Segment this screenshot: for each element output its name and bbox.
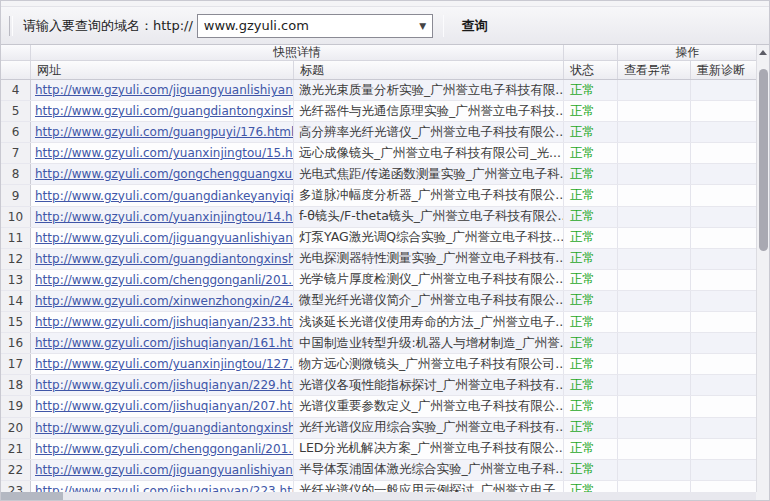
query-button[interactable]: 查询 (454, 13, 496, 39)
rediagnose-cell (691, 164, 758, 184)
table-row: 7 http://www.gzyuli.com/yuanxinjingtou/1… (1, 143, 758, 164)
title-cell: 光学镜片厚度检测仪_广州誉立电子科技有限公... (294, 270, 564, 290)
group-header-operation: 操作 (618, 45, 758, 60)
status-badge: 正常 (564, 143, 618, 163)
rediagnose-cell (691, 333, 758, 353)
column-header-status[interactable]: 状态 (564, 61, 618, 79)
column-header-rediagnose[interactable]: 重新诊断 (691, 61, 758, 79)
title-cell: 灯泵YAG激光调Q综合实验_广州誉立电子科技... (294, 228, 564, 248)
title-cell: LED分光机解决方案_广州誉立电子科技有限公... (294, 439, 564, 459)
title-cell: 物方远心测微镜头_广州誉立电子科技有限公司... (294, 354, 564, 374)
url-link[interactable]: http://www.gzyuli.com/guangdiantongxinsh… (35, 252, 294, 266)
status-badge: 正常 (564, 207, 618, 227)
rediagnose-cell (691, 101, 758, 121)
table-row: 20 http://www.gzyuli.com/guangdiantongxi… (1, 418, 758, 439)
url-link[interactable]: http://www.gzyuli.com/jishuqianyan/161.h… (35, 336, 294, 350)
vertical-scrollbar-thumb[interactable] (759, 69, 768, 251)
vertical-scrollbar[interactable] (756, 45, 769, 494)
url-cell: http://www.gzyuli.com/guangdiantongxinsh… (31, 249, 294, 269)
title-cell: 高分辨率光纤光谱仪_广州誉立电子科技有限公... (294, 122, 564, 142)
rediagnose-cell (691, 375, 758, 395)
url-link[interactable]: http://www.gzyuli.com/chenggonganli/201.… (35, 273, 294, 287)
url-link[interactable]: http://www.gzyuli.com/guangdiankeyanyiqi… (35, 189, 294, 203)
title-cell: 浅谈延长光谱仪使用寿命的方法_广州誉立电子... (294, 312, 564, 332)
horizontal-scrollbar[interactable] (1, 492, 758, 500)
column-header-view-exception[interactable]: 查看异常 (618, 61, 691, 79)
row-number: 19 (1, 396, 31, 416)
scroll-up-icon[interactable] (757, 45, 769, 59)
view-exception-cell (618, 396, 691, 416)
horizontal-scrollbar-thumb[interactable] (1, 492, 63, 500)
view-exception-cell (618, 439, 691, 459)
row-number: 12 (1, 249, 31, 269)
view-exception-cell (618, 228, 691, 248)
url-link[interactable]: http://www.gzyuli.com/guangpuyi/176.html (35, 125, 294, 139)
rediagnose-cell (691, 122, 758, 142)
view-exception-cell (618, 354, 691, 374)
title-cell: 光谱仪重要参数定义_广州誉立电子科技有限公... (294, 396, 564, 416)
url-link[interactable]: http://www.gzyuli.com/chenggonganli/201.… (35, 442, 294, 456)
table-row: 16 http://www.gzyuli.com/jishuqianyan/16… (1, 333, 758, 354)
status-badge: 正常 (564, 291, 618, 311)
view-exception-cell (618, 312, 691, 332)
domain-input[interactable] (198, 15, 414, 37)
url-link[interactable]: http://www.gzyuli.com/yuanxinjingtou/15.… (35, 146, 294, 160)
row-number: 6 (1, 122, 31, 142)
rediagnose-cell (691, 396, 758, 416)
url-cell: http://www.gzyuli.com/yuanxinjingtou/127… (31, 354, 294, 374)
domain-input-label: 请输入要查询的域名：http:// (23, 17, 193, 35)
row-number: 9 (1, 185, 31, 205)
toolbar-separator (443, 15, 444, 37)
table-row: 19 http://www.gzyuli.com/jishuqianyan/20… (1, 396, 758, 417)
title-cell: 激光光束质量分析实验_广州誉立电子科技有限... (294, 80, 564, 100)
url-link[interactable]: http://www.gzyuli.com/jishuqianyan/233.h… (35, 315, 294, 329)
status-badge: 正常 (564, 164, 618, 184)
url-link[interactable]: http://www.gzyuli.com/guangdiantongxinsh… (35, 421, 294, 435)
title-cell: f-θ镜头/F-theta镜头_广州誉立电子科技有限公... (294, 207, 564, 227)
rediagnose-cell (691, 270, 758, 290)
rediagnose-cell (691, 207, 758, 227)
url-link[interactable]: http://www.gzyuli.com/xinwenzhongxin/24.… (35, 294, 294, 308)
status-badge: 正常 (564, 185, 618, 205)
chevron-down-icon[interactable]: ▼ (414, 15, 432, 37)
url-link[interactable]: http://www.gzyuli.com/jiguangyuanlishiya… (35, 83, 294, 97)
column-header-url[interactable]: 网址 (31, 61, 294, 79)
table-row: 21 http://www.gzyuli.com/chenggonganli/2… (1, 439, 758, 460)
view-exception-cell (618, 460, 691, 480)
url-link[interactable]: http://www.gzyuli.com/guangdiantongxinsh… (35, 104, 294, 118)
row-number: 7 (1, 143, 31, 163)
url-cell: http://www.gzyuli.com/guangdiantongxinsh… (31, 101, 294, 121)
view-exception-cell (618, 270, 691, 290)
row-number: 18 (1, 375, 31, 395)
url-link[interactable]: http://www.gzyuli.com/jishuqianyan/229.h… (35, 378, 294, 392)
column-header-rownum (1, 61, 31, 79)
url-cell: http://www.gzyuli.com/jishuqianyan/161.h… (31, 333, 294, 353)
title-cell: 半导体泵浦固体激光综合实验_广州誉立电子科... (294, 460, 564, 480)
status-badge: 正常 (564, 354, 618, 374)
scrollbar-corner (756, 492, 769, 500)
url-link[interactable]: http://www.gzyuli.com/jiguangyuanlishiya… (35, 231, 294, 245)
rediagnose-cell (691, 228, 758, 248)
status-badge: 正常 (564, 375, 618, 395)
column-header-row: 网址 标题 状态 查看异常 重新诊断 (1, 61, 758, 80)
domain-combobox[interactable]: ▼ (197, 14, 433, 38)
url-link[interactable]: http://www.gzyuli.com/jiguangyuanlishiya… (35, 463, 294, 477)
table-row: 6 http://www.gzyuli.com/guangpuyi/176.ht… (1, 122, 758, 143)
url-link[interactable]: http://www.gzyuli.com/yuanxinjingtou/127… (35, 357, 294, 371)
url-cell: http://www.gzyuli.com/jishuqianyan/233.h… (31, 312, 294, 332)
snapshot-table: 快照详情 操作 网址 标题 状态 查看异常 重新诊断 4 http://www.… (1, 45, 758, 500)
table-row: 4 http://www.gzyuli.com/jiguangyuanlishi… (1, 80, 758, 101)
title-cell: 多道脉冲幅度分析器_广州誉立电子科技有限公... (294, 185, 564, 205)
row-number: 14 (1, 291, 31, 311)
view-exception-cell (618, 249, 691, 269)
url-cell: http://www.gzyuli.com/jiguangyuanlishiya… (31, 460, 294, 480)
status-badge: 正常 (564, 460, 618, 480)
url-link[interactable]: http://www.gzyuli.com/yuanxinjingtou/14.… (35, 210, 294, 224)
table-row: 13 http://www.gzyuli.com/chenggonganli/2… (1, 270, 758, 291)
status-badge: 正常 (564, 439, 618, 459)
url-link[interactable]: http://www.gzyuli.com/gongchengguangxu..… (35, 167, 294, 181)
url-link[interactable]: http://www.gzyuli.com/jishuqianyan/207.h… (35, 399, 294, 413)
view-exception-cell (618, 185, 691, 205)
column-header-title[interactable]: 标题 (294, 61, 564, 79)
toolbar-grip-handle[interactable] (9, 16, 13, 36)
